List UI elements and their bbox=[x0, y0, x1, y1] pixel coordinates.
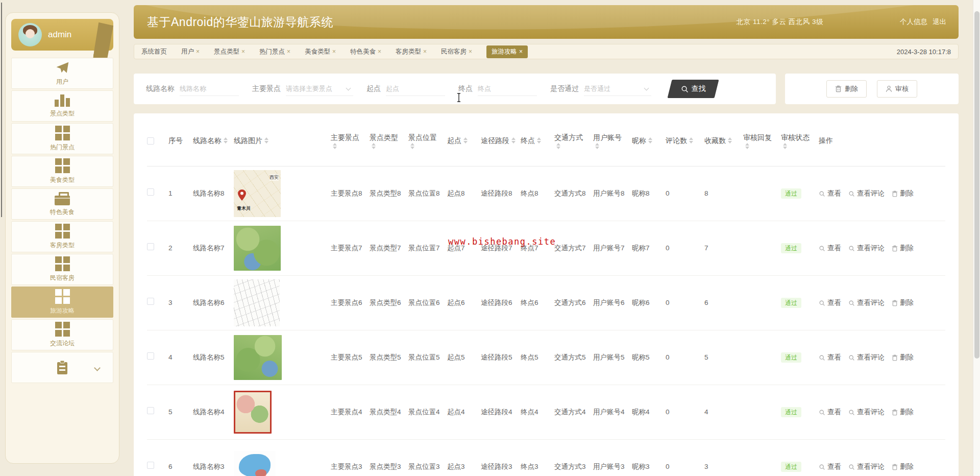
route-image bbox=[234, 279, 280, 326]
view-button[interactable]: 查看 bbox=[819, 352, 841, 363]
delete-row-button[interactable]: 删除 bbox=[892, 243, 914, 253]
trash-icon bbox=[892, 354, 898, 361]
grid-icon bbox=[55, 289, 70, 304]
sidebar-item-users[interactable]: 用户 bbox=[11, 58, 113, 89]
close-icon[interactable]: × bbox=[196, 48, 200, 55]
sidebar-item-special-food[interactable]: 特色美食 bbox=[11, 188, 113, 220]
briefcase-icon bbox=[55, 196, 70, 205]
sort-icon[interactable] bbox=[595, 143, 599, 149]
sidebar-item-label: 旅游攻略 bbox=[50, 306, 75, 315]
close-icon[interactable]: × bbox=[287, 48, 290, 55]
username: admin bbox=[48, 30, 71, 40]
scrollbar-thumb[interactable] bbox=[974, 11, 979, 359]
sidebar-item-collapsed[interactable] bbox=[11, 352, 113, 383]
sort-icon[interactable] bbox=[745, 143, 749, 149]
row-checkbox[interactable] bbox=[147, 407, 154, 414]
search-icon bbox=[819, 191, 825, 197]
view-comments-button[interactable]: 查看评论 bbox=[848, 298, 885, 308]
sidebar-item-label: 特色美食 bbox=[50, 208, 75, 217]
sort-icon[interactable] bbox=[224, 137, 228, 144]
pass-status-select[interactable]: 是否通过 bbox=[584, 82, 651, 96]
sidebar-item-forum[interactable]: 交流论坛 bbox=[11, 319, 113, 350]
view-comments-button[interactable]: 查看评论 bbox=[848, 188, 885, 199]
tab-special-food[interactable]: 特色美食× bbox=[350, 47, 381, 56]
trash-icon bbox=[835, 85, 842, 92]
row-checkbox[interactable] bbox=[147, 243, 154, 250]
sidebar-item-room-type[interactable]: 客房类型 bbox=[11, 221, 113, 252]
sort-icon[interactable] bbox=[648, 137, 652, 144]
audit-button[interactable]: 审核 bbox=[877, 80, 917, 98]
view-button[interactable]: 查看 bbox=[819, 298, 841, 308]
close-icon[interactable]: × bbox=[423, 48, 427, 55]
tab-food-type[interactable]: 美食类型× bbox=[305, 47, 336, 56]
sidebar-item-scenic-type[interactable]: 景点类型 bbox=[11, 90, 113, 122]
sort-icon[interactable] bbox=[783, 143, 787, 149]
scrollbar-track[interactable] bbox=[973, 0, 980, 476]
row-checkbox[interactable] bbox=[147, 298, 154, 305]
user-card: admin bbox=[11, 19, 113, 51]
sort-icon[interactable] bbox=[410, 143, 414, 149]
view-button[interactable]: 查看 bbox=[819, 243, 841, 253]
sort-icon[interactable] bbox=[463, 137, 468, 144]
close-icon[interactable]: × bbox=[241, 48, 245, 55]
row-checkbox[interactable] bbox=[147, 462, 154, 469]
sort-icon[interactable] bbox=[264, 137, 268, 144]
delete-row-button[interactable]: 删除 bbox=[892, 298, 914, 308]
view-comments-button[interactable]: 查看评论 bbox=[848, 352, 885, 363]
delete-row-button[interactable]: 删除 bbox=[892, 188, 914, 199]
view-button[interactable]: 查看 bbox=[819, 407, 841, 417]
sort-icon[interactable] bbox=[537, 137, 541, 144]
search-icon bbox=[848, 409, 855, 416]
sort-icon[interactable] bbox=[333, 143, 337, 149]
sidebar-item-travel-guide[interactable]: 旅游攻略 bbox=[11, 287, 113, 318]
sort-icon[interactable] bbox=[511, 137, 516, 144]
sort-icon[interactable] bbox=[372, 143, 376, 149]
main-scenic-select[interactable]: 请选择主要景点 bbox=[286, 82, 353, 96]
sidebar-item-homestay[interactable]: 民宿客房 bbox=[11, 254, 113, 285]
row-checkbox[interactable] bbox=[147, 188, 154, 196]
grid-icon bbox=[55, 224, 70, 239]
sidebar-item-food-type[interactable]: 美食类型 bbox=[11, 156, 113, 187]
search-icon bbox=[848, 300, 855, 306]
route-image bbox=[234, 391, 272, 434]
delete-row-button[interactable]: 删除 bbox=[892, 407, 914, 417]
tab-homestay[interactable]: 民宿客房× bbox=[441, 47, 472, 56]
route-image bbox=[234, 226, 281, 271]
view-comments-button[interactable]: 查看评论 bbox=[848, 407, 885, 417]
profile-link[interactable]: 个人信息 bbox=[900, 17, 927, 27]
tab-hot-scenic[interactable]: 热门景点× bbox=[259, 47, 290, 56]
select-all-checkbox[interactable] bbox=[147, 137, 154, 145]
sort-icon[interactable] bbox=[689, 137, 693, 144]
start-point-input[interactable] bbox=[386, 82, 445, 96]
delete-button[interactable]: 删除 bbox=[826, 80, 867, 98]
bar-chart-icon bbox=[55, 94, 70, 107]
view-button[interactable]: 查看 bbox=[819, 462, 841, 472]
search-button[interactable]: 查找 bbox=[668, 80, 719, 98]
logout-link[interactable]: 退出 bbox=[933, 17, 946, 27]
sort-icon[interactable] bbox=[728, 137, 732, 144]
tab-home[interactable]: 系统首页 bbox=[141, 47, 167, 56]
delete-row-button[interactable]: 删除 bbox=[892, 352, 914, 363]
sidebar-item-hot-scenic[interactable]: 热门景点 bbox=[11, 123, 113, 154]
route-name-input[interactable] bbox=[180, 82, 239, 96]
close-icon[interactable]: × bbox=[332, 48, 336, 55]
search-icon bbox=[848, 354, 855, 361]
view-comments-button[interactable]: 查看评论 bbox=[848, 243, 885, 253]
tab-travel-guide[interactable]: 旅游攻略× bbox=[486, 45, 528, 58]
tab-room-type[interactable]: 客房类型× bbox=[396, 47, 427, 56]
view-comments-button[interactable]: 查看评论 bbox=[848, 462, 885, 472]
clipboard-icon bbox=[56, 360, 69, 375]
tab-users[interactable]: 用户× bbox=[181, 47, 200, 56]
close-icon[interactable]: × bbox=[519, 48, 523, 55]
delete-row-button[interactable]: 删除 bbox=[892, 462, 914, 472]
row-checkbox[interactable] bbox=[147, 352, 154, 360]
close-icon[interactable]: × bbox=[378, 48, 381, 55]
trash-icon bbox=[892, 191, 898, 197]
tab-scenic-type[interactable]: 景点类型× bbox=[214, 47, 245, 56]
sort-icon[interactable] bbox=[556, 143, 560, 149]
end-point-input[interactable] bbox=[478, 82, 537, 96]
close-icon[interactable]: × bbox=[469, 48, 472, 55]
route-image bbox=[234, 335, 282, 380]
view-button[interactable]: 查看 bbox=[819, 188, 841, 199]
table-header-row: 序号 线路名称 线路图片 主要景点 景点类型 景点位置 起点 途径路段 终点 交… bbox=[147, 115, 945, 166]
